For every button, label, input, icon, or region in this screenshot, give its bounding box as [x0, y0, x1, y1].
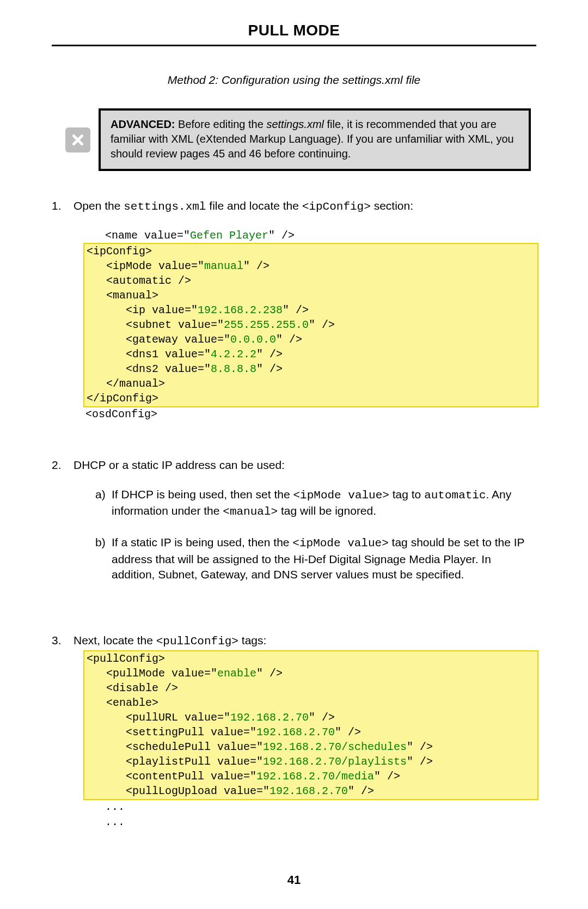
step1-pre: Open the — [74, 199, 124, 212]
code-block-pullconfig: <pullConfig> <pullMode value="enable" />… — [85, 650, 536, 830]
c: <dns2 value=" — [87, 363, 211, 375]
highlight: <pullLogUpload value="192.168.2.70" /> — [83, 784, 538, 800]
advanced-note: ADVANCED: Before editing the settings.xm… — [65, 108, 531, 171]
t: automatic — [424, 489, 486, 502]
c: " /> — [256, 348, 283, 361]
advanced-file: settings.xml — [266, 118, 324, 130]
sub-body: If a static IP is being used, then the <… — [112, 535, 536, 582]
step3-post: tags: — [238, 634, 266, 646]
c: manual — [204, 260, 243, 272]
highlight: <schedulePull value="192.168.2.70/schedu… — [83, 740, 538, 755]
c: </manual> — [87, 377, 165, 390]
t: If a static IP is being used, then the — [112, 536, 292, 548]
c: 192.168.2.70 — [230, 711, 309, 724]
c: " /> — [256, 667, 283, 680]
sub-b: b) If a static IP is being used, then th… — [95, 535, 536, 582]
c: " /> — [374, 770, 400, 783]
highlight: <manual> — [83, 288, 538, 303]
c: enable — [217, 667, 256, 680]
t: tag to — [389, 488, 424, 501]
c: " /> — [276, 333, 302, 346]
highlight: <ipMode value="manual" /> — [83, 259, 538, 274]
highlight: <ipConfig> — [83, 243, 538, 259]
highlight: <dns1 value="4.2.2.2" /> — [83, 347, 538, 362]
sub-letter: a) — [95, 487, 112, 520]
c: 192.168.2.70 — [270, 785, 348, 797]
advanced-text-pre: Before editing the — [175, 118, 267, 130]
step1-mid: file and locate the — [206, 199, 302, 212]
method-subtitle: Method 2: Configuration using the settin… — [52, 74, 536, 87]
highlight: <pullConfig> — [83, 650, 538, 667]
c: 192.168.2.70/playlists — [263, 755, 407, 768]
highlight: </ipConfig> — [83, 391, 538, 407]
c: <contentPull value=" — [87, 770, 256, 783]
step1-code1: settings.xml — [124, 200, 206, 213]
highlight: <ip value="192.168.2.238" /> — [83, 303, 538, 318]
t: <manual> — [223, 505, 278, 518]
step3-code: <pullConfig> — [156, 635, 238, 648]
c: " /> — [309, 711, 335, 724]
highlight: <subnet value="255.255.255.0" /> — [83, 318, 538, 333]
c: </ipConfig> — [87, 392, 158, 405]
c: <pullLogUpload value=" — [87, 785, 270, 797]
c: ... — [85, 816, 125, 828]
c: 192.168.2.70 — [256, 726, 335, 739]
c: <ipMode value=" — [87, 260, 204, 272]
c: 255.255.255.0 — [224, 319, 309, 331]
c: 8.8.8.8 — [211, 363, 256, 375]
highlight: <dns2 value="8.8.8.8" /> — [83, 362, 538, 377]
step-1: 1. Open the settings.xml file and locate… — [52, 198, 536, 452]
step-2: 2. DHCP or a static IP address can be us… — [52, 457, 536, 627]
x-icon — [65, 127, 90, 152]
c: <schedulePull value=" — [87, 741, 263, 753]
c: <ipConfig> — [87, 245, 152, 258]
c: 192.168.2.70/media — [256, 770, 374, 783]
c: <manual> — [87, 289, 158, 302]
header-rule — [52, 45, 536, 46]
code-block-ipconfig: <name value="Gefen Player" /> <ipConfig>… — [85, 228, 536, 422]
c: <disable /> — [87, 682, 178, 694]
c: <dns1 value=" — [87, 348, 211, 361]
t: <ipMode value> — [293, 489, 389, 502]
c: <name value=" — [85, 229, 190, 242]
highlight: <playlistPull value="192.168.2.70/playli… — [83, 754, 538, 770]
c: " /> — [243, 260, 270, 272]
c: <pullMode value=" — [87, 667, 217, 680]
highlight: <gateway value="0.0.0.0" /> — [83, 332, 538, 347]
c: <subnet value=" — [87, 319, 224, 331]
c: <pullURL value=" — [87, 711, 230, 724]
highlight: <contentPull value="192.168.2.70/media" … — [83, 769, 538, 784]
c: " /> — [407, 741, 433, 753]
page-number: 41 — [0, 873, 588, 887]
t: tag will be ignored. — [278, 504, 376, 517]
c: 4.2.2.2 — [211, 348, 256, 361]
step-number: 3. — [52, 633, 74, 829]
highlight: <settingPull value="192.168.2.70" /> — [83, 725, 538, 740]
c: 192.168.2.238 — [198, 304, 283, 316]
highlight: <pullURL value="192.168.2.70" /> — [83, 710, 538, 725]
advanced-box: ADVANCED: Before editing the settings.xm… — [99, 108, 531, 171]
c: <automatic /> — [87, 274, 191, 287]
step-list: 1. Open the settings.xml file and locate… — [52, 198, 536, 830]
c: " /> — [348, 785, 374, 797]
sub-body: If DHCP is being used, then set the <ipM… — [112, 487, 536, 520]
step2-text: DHCP or a static IP address can be used: — [74, 459, 285, 471]
step1-code2: <ipConfig> — [302, 200, 371, 213]
sub-a: a) If DHCP is being used, then set the <… — [95, 487, 536, 520]
c: " /> — [283, 304, 309, 316]
step-3: 3. Next, locate the <pullConfig> tags: <… — [52, 633, 536, 829]
highlight: </manual> — [83, 376, 538, 392]
step3-pre: Next, locate the — [74, 634, 156, 646]
c: <gateway value=" — [87, 333, 230, 346]
sub-list: a) If DHCP is being used, then set the <… — [95, 487, 536, 583]
c: 0.0.0.0 — [230, 333, 276, 346]
c: " /> — [335, 726, 361, 739]
highlight: <automatic /> — [83, 273, 538, 289]
c: <settingPull value=" — [87, 726, 256, 739]
c: <pullConfig> — [87, 652, 165, 665]
step1-post: section: — [371, 199, 413, 212]
document-page: PULL MODE Method 2: Configuration using … — [0, 0, 588, 909]
highlight: <pullMode value="enable" /> — [83, 666, 538, 681]
advanced-label: ADVANCED: — [111, 118, 175, 130]
c: 192.168.2.70/schedules — [263, 741, 407, 753]
